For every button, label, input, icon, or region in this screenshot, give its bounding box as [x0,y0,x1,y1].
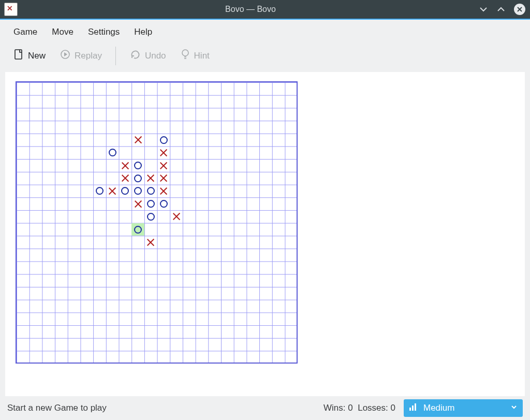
bulb-icon [181,49,190,63]
minimize-button[interactable] [478,4,489,15]
losses-value: 0 [391,403,395,413]
board-cell[interactable] [131,223,144,236]
chevron-down-icon [510,403,518,413]
board-cell[interactable] [157,197,170,210]
toolbar: New Replay Undo Hint [0,44,530,72]
mark-x-icon [159,162,168,170]
board-cell[interactable] [144,210,157,223]
board-cell[interactable] [106,147,119,160]
close-button[interactable] [513,3,526,16]
svg-rect-11 [415,403,416,411]
replay-button[interactable]: Replay [54,46,108,65]
mark-x-icon [121,174,129,182]
board-cell[interactable] [131,134,144,147]
titlebar: Bovo — Bovo [0,0,530,20]
board-cell[interactable] [144,172,157,185]
mark-o-icon [134,187,142,195]
undo-label: Undo [145,51,166,61]
board-cell[interactable] [157,172,170,185]
new-button[interactable]: New [7,46,52,66]
menu-help[interactable]: Help [129,25,157,39]
window-title: Bovo — Bovo [23,5,478,14]
board-cell[interactable] [131,172,144,185]
mark-o-icon [147,187,155,195]
bars-icon [409,403,418,414]
board-cell[interactable] [144,185,157,198]
toolbar-separator [115,47,116,65]
board-cell[interactable] [93,185,106,198]
hint-label: Hint [194,51,210,61]
mark-o-icon [134,162,142,169]
status-message: Start a new Game to play [7,403,318,413]
mark-x-icon [159,149,168,157]
svg-point-6 [182,50,188,56]
mark-x-icon [121,162,129,170]
mark-x-icon [146,174,155,182]
mark-o-icon [109,149,116,156]
menu-game[interactable]: Game [8,25,42,39]
wins-label: Wins: [323,403,346,413]
mark-x-icon [146,238,155,247]
board-cell[interactable] [131,197,144,210]
score-display: Wins: 0 Losses: 0 [323,403,395,413]
svg-rect-9 [409,408,411,411]
main-area [5,72,525,396]
mark-o-icon [96,187,104,195]
board-cell[interactable] [106,185,119,198]
undo-button[interactable]: Undo [123,46,172,65]
hint-button[interactable]: Hint [174,46,216,66]
mark-o-icon [134,175,142,182]
difficulty-label: Medium [423,403,505,413]
window-controls [478,3,526,16]
app-icon [4,3,18,16]
board-cell[interactable] [170,210,183,223]
board-cell[interactable] [119,172,132,185]
maximize-button[interactable] [496,4,506,15]
board-cell[interactable] [157,159,170,172]
mark-x-icon [159,174,168,182]
losses-label: Losses: [358,403,388,413]
statusbar: Start a new Game to play Wins: 0 Losses:… [0,396,530,420]
menubar: Game Move Settings Help [0,20,530,44]
replay-label: Replay [75,51,102,61]
game-board[interactable] [16,81,298,364]
menu-move[interactable]: Move [47,25,79,39]
board-cell[interactable] [119,185,132,198]
board-cell[interactable] [157,134,170,147]
mark-o-icon [134,226,142,234]
mark-x-icon [159,187,168,195]
play-circle-icon [60,49,70,62]
svg-rect-10 [412,405,414,411]
difficulty-selector[interactable]: Medium [404,399,523,417]
wins-value: 0 [348,403,352,413]
board-cell[interactable] [131,159,144,172]
mark-o-icon [147,200,155,208]
new-label: New [28,51,46,61]
svg-marker-5 [64,52,67,56]
undo-icon [129,49,141,62]
board-cell[interactable] [157,185,170,198]
mark-x-icon [134,136,142,144]
mark-x-icon [134,200,142,208]
svg-rect-3 [15,50,22,59]
mark-o-icon [147,213,155,221]
mark-o-icon [160,136,168,144]
board-cell[interactable] [144,197,157,210]
document-new-icon [13,49,24,63]
mark-o-icon [160,200,168,208]
mark-x-icon [172,212,181,221]
board-cell[interactable] [144,236,157,249]
board-cell[interactable] [157,147,170,160]
board-cell[interactable] [131,185,144,198]
menu-settings[interactable]: Settings [83,25,125,39]
mark-o-icon [121,187,129,195]
board-cell[interactable] [119,159,132,172]
mark-x-icon [108,187,116,195]
